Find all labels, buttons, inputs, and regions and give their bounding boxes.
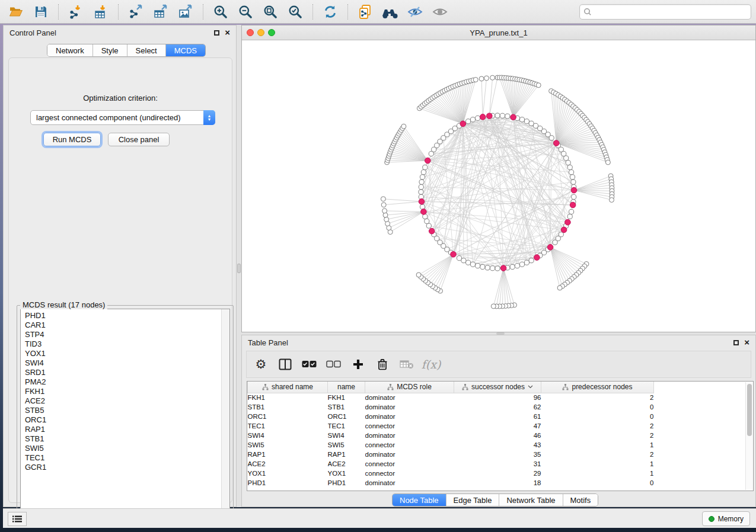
close-panel-icon[interactable]: × [744, 339, 749, 345]
table-row[interactable]: ACE2ACE2connector311 [248, 459, 654, 469]
mcds-result-item[interactable]: SRD1 [25, 368, 229, 377]
zoom-selected-button[interactable] [284, 2, 307, 21]
column-header-name[interactable]: name [328, 382, 365, 393]
mcds-result-item[interactable]: PHD1 [25, 311, 229, 321]
close-panel-icon[interactable]: × [225, 30, 230, 36]
control-panel-titlebar: Control Panel × [4, 25, 236, 40]
tab-select[interactable]: Select [127, 44, 166, 56]
select-all-rows-button[interactable] [300, 355, 319, 374]
table-row[interactable]: STB1STB1dominator620 [248, 402, 654, 412]
cell: 1 [541, 440, 654, 450]
tab-network[interactable]: Network [47, 44, 93, 56]
table-row[interactable]: ORC1ORC1dominator610 [248, 412, 654, 421]
import-network-button[interactable] [65, 2, 87, 21]
mcds-result-item[interactable]: CAR1 [25, 321, 229, 330]
table-row[interactable]: RAP1RAP1dominator352 [248, 450, 654, 459]
mcds-result-list[interactable]: PHD1CAR1STP4TID3YOX1SWI4SRD1PMA2FKH1ACE2… [20, 309, 230, 522]
mcds-result-item[interactable]: TEC1 [25, 453, 229, 463]
table-row[interactable]: SWI4SWI4dominator462 [248, 431, 654, 440]
delete-column-button[interactable] [373, 355, 392, 374]
sort-indicator-icon [528, 385, 533, 389]
cell: 96 [454, 393, 541, 402]
tab-edge-table[interactable]: Edge Table [446, 494, 500, 506]
table-panel: Table Panel × ⚙ [241, 335, 756, 507]
column-header-MCDS-role[interactable]: MCDS role [365, 382, 454, 393]
delete-table-button[interactable] [397, 355, 416, 374]
network-graph[interactable] [242, 40, 755, 332]
splitter-handle[interactable] [237, 264, 241, 273]
tab-mcds[interactable]: MCDS [166, 44, 205, 56]
table-options-button[interactable]: ⚙ [251, 355, 270, 374]
table-row[interactable]: TEC1TEC1connector472 [248, 421, 654, 431]
open-file-button[interactable] [5, 2, 27, 21]
show-all-button[interactable] [429, 2, 451, 21]
column-header-shared-name[interactable]: shared name [248, 382, 328, 393]
cell: FKH1 [328, 393, 365, 402]
tab-network-table[interactable]: Network Table [499, 494, 563, 506]
import-table-button[interactable] [90, 2, 112, 21]
tab-node-table[interactable]: Node Table [393, 494, 446, 506]
main-toolbar [0, 0, 756, 24]
hide-selected-button[interactable] [404, 2, 426, 21]
float-panel-icon[interactable] [733, 340, 739, 345]
zoom-out-button[interactable] [234, 2, 257, 21]
zoom-selected-icon [288, 4, 303, 20]
task-history-button[interactable] [8, 512, 27, 526]
search-input[interactable] [579, 4, 751, 20]
export-image-button[interactable] [174, 2, 197, 21]
mcds-result-item[interactable]: PMA2 [25, 377, 229, 387]
deselect-all-rows-button[interactable] [324, 355, 343, 374]
table-row[interactable]: SWI5SWI5connector431 [248, 440, 654, 450]
node-table[interactable]: shared namenameMCDS rolesuccessor nodesp… [247, 381, 754, 491]
save-session-button[interactable] [30, 2, 52, 21]
mcds-result-item[interactable]: STP4 [25, 330, 229, 339]
zoom-in-button[interactable] [209, 2, 232, 21]
cell: PHD1 [248, 478, 328, 488]
mcds-result-group: MCDS result (17 nodes) PHD1CAR1STP4TID3Y… [17, 305, 234, 525]
export-table-button[interactable] [149, 2, 172, 21]
tab-motifs[interactable]: Motifs [563, 494, 598, 506]
tab-style[interactable]: Style [93, 44, 127, 56]
table-row[interactable]: FKH1FKH1dominator962 [248, 393, 654, 402]
add-column-button[interactable] [349, 355, 368, 374]
cell: SWI5 [248, 440, 328, 450]
table-row[interactable]: PHD1PHD1dominator180 [248, 478, 654, 488]
refresh-layout-button[interactable] [319, 2, 342, 21]
float-panel-icon[interactable] [214, 30, 219, 36]
mcds-result-item[interactable]: SWI5 [25, 444, 229, 453]
column-header-predecessor-nodes[interactable]: predecessor nodes [541, 382, 654, 393]
mcds-result-item[interactable]: SWI4 [25, 358, 229, 368]
cell: ORC1 [248, 412, 328, 421]
mcds-result-item[interactable]: FKH1 [25, 387, 229, 396]
zoom-fit-button[interactable] [259, 2, 282, 21]
vertical-splitter[interactable] [237, 25, 241, 507]
network-canvas[interactable] [242, 40, 755, 332]
split-columns-icon [279, 358, 292, 370]
function-builder-button[interactable]: f(x) [422, 355, 441, 374]
mcds-result-item[interactable]: YOX1 [25, 349, 229, 358]
mcds-list-scrollbar[interactable] [221, 309, 229, 521]
optimization-criterion-select[interactable]: largest connected component (undirected)… [30, 110, 215, 125]
run-mcds-button[interactable]: Run MCDS [43, 133, 101, 146]
memory-button[interactable]: Memory [702, 511, 750, 526]
close-panel-button[interactable]: Close panel [108, 133, 170, 146]
first-neighbors-button[interactable] [379, 2, 401, 21]
cell: dominator [365, 402, 454, 412]
clone-network-button[interactable] [354, 2, 377, 21]
mcds-result-item[interactable]: ORC1 [25, 415, 229, 425]
export-network-button[interactable] [125, 2, 147, 21]
mcds-result-item[interactable]: GCR1 [25, 463, 229, 472]
mcds-result-item[interactable]: ACE2 [25, 396, 229, 406]
column-header-successor-nodes[interactable]: successor nodes [454, 382, 541, 393]
optimization-criterion-label: Optimization criterion: [9, 94, 232, 102]
network-window-titlebar[interactable]: YPA_prune.txt_1 [242, 25, 755, 40]
mcds-result-item[interactable]: STB1 [25, 434, 229, 444]
cell: dominator [365, 431, 454, 440]
table-scrollbar[interactable] [745, 382, 752, 490]
mcds-result-item[interactable]: TID3 [25, 339, 229, 349]
show-column-panel-button[interactable] [276, 355, 295, 374]
mcds-result-item[interactable]: STB5 [25, 406, 229, 415]
table-row[interactable]: YOX1YOX1connector291 [248, 469, 654, 478]
scrollbar-thumb[interactable] [747, 384, 752, 436]
mcds-result-item[interactable]: RAP1 [25, 425, 229, 434]
